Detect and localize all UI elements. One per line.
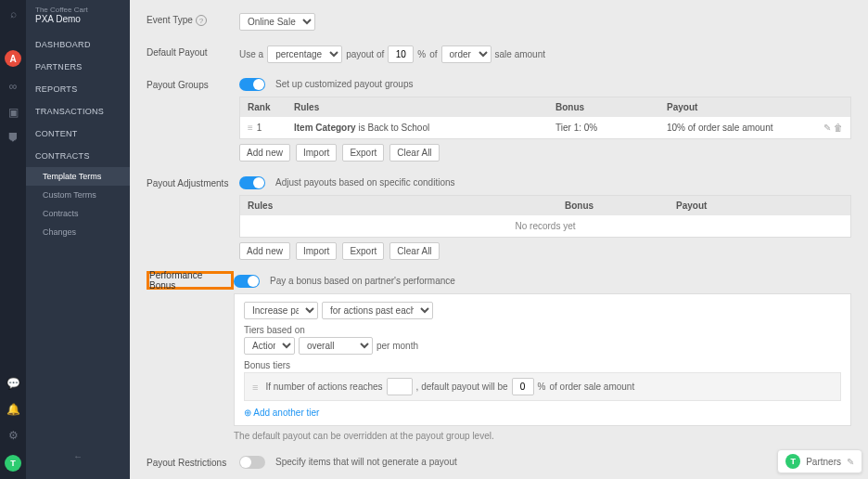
sidebar-item-content[interactable]: CONTENT xyxy=(26,123,130,145)
image-icon[interactable]: ▣ xyxy=(8,106,19,119)
empty-state: No records yet xyxy=(240,215,850,237)
payout-amount-input[interactable] xyxy=(388,45,414,63)
add-new-button[interactable]: Add new xyxy=(239,242,290,260)
performance-bonus-label: Performance Bonus xyxy=(147,271,234,290)
widget-avatar: T xyxy=(785,454,800,469)
export-button[interactable]: Export xyxy=(342,242,384,260)
user-avatar[interactable]: T xyxy=(5,455,21,472)
drag-handle-icon[interactable]: ≡ xyxy=(248,123,253,133)
tier-payout-input[interactable] xyxy=(512,378,534,395)
partner-widget[interactable]: T Partners ✎ xyxy=(777,449,862,473)
main-content: Event Type? Online Sale Default Payout U… xyxy=(130,0,868,479)
performance-bonus-toggle[interactable] xyxy=(234,275,260,288)
tier-scope-select[interactable]: overall xyxy=(299,337,373,355)
sidebar-item-transactions[interactable]: TRANSACTIONS xyxy=(26,100,130,123)
sidebar-item-partners[interactable]: PARTNERS xyxy=(26,56,130,78)
clear-all-button[interactable]: Clear All xyxy=(389,144,439,162)
import-button[interactable]: Import xyxy=(296,144,337,162)
payout-groups-table: Rank Rules Bonus Payout ≡1 Item Category… xyxy=(239,97,851,139)
gear-icon[interactable]: ⚙ xyxy=(8,429,19,442)
performance-bonus-config: Increase payout for actions past each ti… xyxy=(234,293,851,426)
brand-name: The Coffee Cart xyxy=(35,6,121,14)
sidebar-sub-template-terms[interactable]: Template Terms xyxy=(26,167,130,186)
sidebar: The Coffee Cart PXA Demo DASHBOARD PARTN… xyxy=(26,0,130,479)
payout-groups-toggle[interactable] xyxy=(239,78,265,91)
event-type-select[interactable]: Online Sale xyxy=(239,13,315,31)
table-row[interactable]: ≡1 Item Category is Back to School Tier … xyxy=(240,117,850,138)
bonus-mode-select[interactable]: Increase payout xyxy=(244,302,318,319)
default-payout-label: Default Payout xyxy=(147,45,239,58)
collapse-icon[interactable]: ← xyxy=(26,446,130,467)
add-new-button[interactable]: Add new xyxy=(239,144,290,162)
search-icon[interactable]: ⌕ xyxy=(10,7,17,20)
tier-threshold-input[interactable] xyxy=(387,378,413,395)
payout-adjustments-table: Rules Bonus Payout No records yet xyxy=(239,195,851,238)
help-icon[interactable]: ? xyxy=(196,15,207,26)
payout-restrictions-label: Payout Restrictions xyxy=(147,456,239,468)
export-button[interactable]: Export xyxy=(342,144,384,162)
sidebar-sub-contracts[interactable]: Contracts xyxy=(26,204,130,223)
edit-icon[interactable]: ✎ xyxy=(847,457,854,467)
link-icon[interactable]: ∞ xyxy=(9,80,18,93)
brand-subtitle: PXA Demo xyxy=(35,14,121,24)
sidebar-sub-changes[interactable]: Changes xyxy=(26,223,130,241)
icon-rail: ⌕ A ∞ ▣ ⛊ 💬 🔔 ⚙ T xyxy=(0,0,26,479)
drag-handle-icon[interactable]: ≡ xyxy=(252,382,258,393)
bell-icon[interactable]: 🔔 xyxy=(6,403,20,416)
brand-logo[interactable]: A xyxy=(5,50,21,67)
delete-icon[interactable]: 🗑 xyxy=(834,123,843,133)
sidebar-item-dashboard[interactable]: DASHBOARD xyxy=(26,33,130,56)
event-type-label: Event Type? xyxy=(147,13,239,26)
payout-groups-label: Payout Groups xyxy=(147,78,239,90)
sidebar-item-reports[interactable]: REPORTS xyxy=(26,78,130,100)
shield-icon[interactable]: ⛊ xyxy=(7,132,19,145)
edit-icon[interactable]: ✎ xyxy=(823,123,831,133)
import-button[interactable]: Import xyxy=(296,242,337,260)
performance-note: The default payout can be overridden at … xyxy=(234,431,851,441)
payout-adjustments-toggle[interactable] xyxy=(239,176,265,189)
sidebar-item-contracts[interactable]: CONTRACTS xyxy=(26,145,130,167)
payout-basis-select[interactable]: order xyxy=(441,45,491,63)
payout-restrictions-toggle[interactable] xyxy=(239,456,265,469)
add-tier-link[interactable]: Add another tier xyxy=(244,408,319,418)
clear-all-button[interactable]: Clear All xyxy=(389,242,439,260)
sidebar-sub-custom-terms[interactable]: Custom Terms xyxy=(26,186,130,204)
chat-icon[interactable]: 💬 xyxy=(6,377,20,390)
widget-label: Partners xyxy=(806,457,841,467)
bonus-mode-after-select[interactable]: for actions past each tier xyxy=(322,302,433,319)
payout-type-select[interactable]: percentage xyxy=(267,45,342,63)
tier-basis-select[interactable]: Actions xyxy=(244,337,295,355)
payout-adjustments-label: Payout Adjustments xyxy=(147,176,239,188)
